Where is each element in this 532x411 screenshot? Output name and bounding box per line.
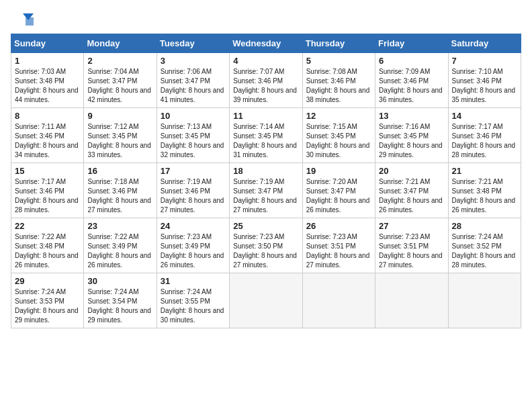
day-info: Sunrise: 7:11 AMSunset: 3:46 PMDaylight:… xyxy=(15,122,80,160)
day-info: Sunrise: 7:24 AMSunset: 3:52 PMDaylight:… xyxy=(452,232,517,270)
day-number: 14 xyxy=(452,111,517,121)
day-number: 2 xyxy=(87,56,152,66)
day-number: 12 xyxy=(306,111,371,121)
day-info: Sunrise: 7:14 AMSunset: 3:45 PMDaylight:… xyxy=(233,122,298,160)
day-info: Sunrise: 7:23 AMSunset: 3:51 PMDaylight:… xyxy=(379,232,444,270)
day-info: Sunrise: 7:20 AMSunset: 3:47 PMDaylight:… xyxy=(306,177,371,215)
day-info: Sunrise: 7:21 AMSunset: 3:47 PMDaylight:… xyxy=(379,177,444,215)
calendar-cell: 14Sunrise: 7:17 AMSunset: 3:46 PMDayligh… xyxy=(448,108,521,163)
day-number: 17 xyxy=(161,166,226,176)
logo-icon xyxy=(11,11,34,28)
day-number: 31 xyxy=(161,276,226,286)
calendar-cell xyxy=(302,273,375,328)
calendar-cell: 8Sunrise: 7:11 AMSunset: 3:46 PMDaylight… xyxy=(11,108,84,163)
day-number: 10 xyxy=(161,111,226,121)
calendar-cell: 24Sunrise: 7:23 AMSunset: 3:49 PMDayligh… xyxy=(157,218,229,273)
calendar-cell: 5Sunrise: 7:08 AMSunset: 3:46 PMDaylight… xyxy=(302,53,375,108)
day-number: 4 xyxy=(233,56,298,66)
header-thursday: Thursday xyxy=(302,34,375,53)
day-info: Sunrise: 7:16 AMSunset: 3:45 PMDaylight:… xyxy=(379,122,444,160)
day-info: Sunrise: 7:22 AMSunset: 3:49 PMDaylight:… xyxy=(87,232,152,270)
day-number: 3 xyxy=(161,56,226,66)
calendar-header-row: SundayMondayTuesdayWednesdayThursdayFrid… xyxy=(11,34,521,53)
calendar-cell: 28Sunrise: 7:24 AMSunset: 3:52 PMDayligh… xyxy=(448,218,521,273)
header-tuesday: Tuesday xyxy=(157,34,229,53)
day-info: Sunrise: 7:13 AMSunset: 3:45 PMDaylight:… xyxy=(161,122,226,160)
calendar-cell: 3Sunrise: 7:06 AMSunset: 3:47 PMDaylight… xyxy=(157,53,229,108)
calendar-week-row: 8Sunrise: 7:11 AMSunset: 3:46 PMDaylight… xyxy=(11,108,521,163)
day-info: Sunrise: 7:19 AMSunset: 3:46 PMDaylight:… xyxy=(161,177,226,215)
logo xyxy=(11,11,36,28)
day-info: Sunrise: 7:08 AMSunset: 3:46 PMDaylight:… xyxy=(306,67,371,105)
calendar-cell: 20Sunrise: 7:21 AMSunset: 3:47 PMDayligh… xyxy=(375,163,448,218)
day-number: 5 xyxy=(306,56,371,66)
calendar-cell: 18Sunrise: 7:19 AMSunset: 3:47 PMDayligh… xyxy=(230,163,302,218)
day-info: Sunrise: 7:10 AMSunset: 3:46 PMDaylight:… xyxy=(452,67,517,105)
day-info: Sunrise: 7:04 AMSunset: 3:47 PMDaylight:… xyxy=(87,67,152,105)
calendar-cell xyxy=(230,273,302,328)
calendar-cell xyxy=(375,273,448,328)
day-number: 1 xyxy=(15,56,80,66)
day-number: 6 xyxy=(379,56,444,66)
calendar-week-row: 15Sunrise: 7:17 AMSunset: 3:46 PMDayligh… xyxy=(11,163,521,218)
day-info: Sunrise: 7:24 AMSunset: 3:53 PMDaylight:… xyxy=(15,287,80,325)
day-info: Sunrise: 7:22 AMSunset: 3:48 PMDaylight:… xyxy=(15,232,80,270)
calendar-cell: 16Sunrise: 7:18 AMSunset: 3:46 PMDayligh… xyxy=(84,163,157,218)
day-number: 22 xyxy=(15,221,80,231)
header-saturday: Saturday xyxy=(448,34,521,53)
calendar-cell: 25Sunrise: 7:23 AMSunset: 3:50 PMDayligh… xyxy=(230,218,302,273)
day-number: 25 xyxy=(233,221,298,231)
day-number: 20 xyxy=(379,166,444,176)
day-number: 9 xyxy=(87,111,152,121)
day-info: Sunrise: 7:15 AMSunset: 3:45 PMDaylight:… xyxy=(306,122,371,160)
calendar-cell: 11Sunrise: 7:14 AMSunset: 3:45 PMDayligh… xyxy=(230,108,302,163)
header-sunday: Sunday xyxy=(11,34,84,53)
day-info: Sunrise: 7:12 AMSunset: 3:45 PMDaylight:… xyxy=(87,122,152,160)
calendar-cell: 2Sunrise: 7:04 AMSunset: 3:47 PMDaylight… xyxy=(84,53,157,108)
day-number: 19 xyxy=(306,166,371,176)
day-info: Sunrise: 7:09 AMSunset: 3:46 PMDaylight:… xyxy=(379,67,444,105)
day-info: Sunrise: 7:23 AMSunset: 3:50 PMDaylight:… xyxy=(233,232,298,270)
svg-marker-2 xyxy=(26,17,34,26)
day-info: Sunrise: 7:06 AMSunset: 3:47 PMDaylight:… xyxy=(161,67,226,105)
day-number: 18 xyxy=(233,166,298,176)
calendar-cell: 4Sunrise: 7:07 AMSunset: 3:46 PMDaylight… xyxy=(230,53,302,108)
calendar-cell: 26Sunrise: 7:23 AMSunset: 3:51 PMDayligh… xyxy=(302,218,375,273)
calendar-cell xyxy=(448,273,521,328)
calendar-cell: 15Sunrise: 7:17 AMSunset: 3:46 PMDayligh… xyxy=(11,163,84,218)
header-monday: Monday xyxy=(84,34,157,53)
calendar-cell: 21Sunrise: 7:21 AMSunset: 3:48 PMDayligh… xyxy=(448,163,521,218)
calendar-cell: 23Sunrise: 7:22 AMSunset: 3:49 PMDayligh… xyxy=(84,218,157,273)
calendar-cell: 30Sunrise: 7:24 AMSunset: 3:54 PMDayligh… xyxy=(84,273,157,328)
calendar-cell: 19Sunrise: 7:20 AMSunset: 3:47 PMDayligh… xyxy=(302,163,375,218)
day-number: 21 xyxy=(452,166,517,176)
day-number: 15 xyxy=(15,166,80,176)
day-info: Sunrise: 7:23 AMSunset: 3:49 PMDaylight:… xyxy=(161,232,226,270)
day-number: 24 xyxy=(161,221,226,231)
day-number: 29 xyxy=(15,276,80,286)
calendar-cell: 12Sunrise: 7:15 AMSunset: 3:45 PMDayligh… xyxy=(302,108,375,163)
day-info: Sunrise: 7:07 AMSunset: 3:46 PMDaylight:… xyxy=(233,67,298,105)
calendar-cell: 6Sunrise: 7:09 AMSunset: 3:46 PMDaylight… xyxy=(375,53,448,108)
day-number: 8 xyxy=(15,111,80,121)
day-number: 13 xyxy=(379,111,444,121)
day-info: Sunrise: 7:21 AMSunset: 3:48 PMDaylight:… xyxy=(452,177,517,215)
day-number: 28 xyxy=(452,221,517,231)
day-number: 11 xyxy=(233,111,298,121)
day-info: Sunrise: 7:23 AMSunset: 3:51 PMDaylight:… xyxy=(306,232,371,270)
page-header xyxy=(11,11,521,28)
day-info: Sunrise: 7:24 AMSunset: 3:55 PMDaylight:… xyxy=(161,287,226,325)
header-friday: Friday xyxy=(375,34,448,53)
calendar-cell: 31Sunrise: 7:24 AMSunset: 3:55 PMDayligh… xyxy=(157,273,229,328)
calendar-table: SundayMondayTuesdayWednesdayThursdayFrid… xyxy=(11,34,521,328)
calendar-cell: 17Sunrise: 7:19 AMSunset: 3:46 PMDayligh… xyxy=(157,163,229,218)
day-info: Sunrise: 7:24 AMSunset: 3:54 PMDaylight:… xyxy=(87,287,152,325)
day-info: Sunrise: 7:17 AMSunset: 3:46 PMDaylight:… xyxy=(452,122,517,160)
day-info: Sunrise: 7:17 AMSunset: 3:46 PMDaylight:… xyxy=(15,177,80,215)
calendar-cell: 10Sunrise: 7:13 AMSunset: 3:45 PMDayligh… xyxy=(157,108,229,163)
day-info: Sunrise: 7:18 AMSunset: 3:46 PMDaylight:… xyxy=(87,177,152,215)
calendar-cell: 13Sunrise: 7:16 AMSunset: 3:45 PMDayligh… xyxy=(375,108,448,163)
calendar-cell: 7Sunrise: 7:10 AMSunset: 3:46 PMDaylight… xyxy=(448,53,521,108)
calendar-week-row: 22Sunrise: 7:22 AMSunset: 3:48 PMDayligh… xyxy=(11,218,521,273)
day-number: 16 xyxy=(87,166,152,176)
